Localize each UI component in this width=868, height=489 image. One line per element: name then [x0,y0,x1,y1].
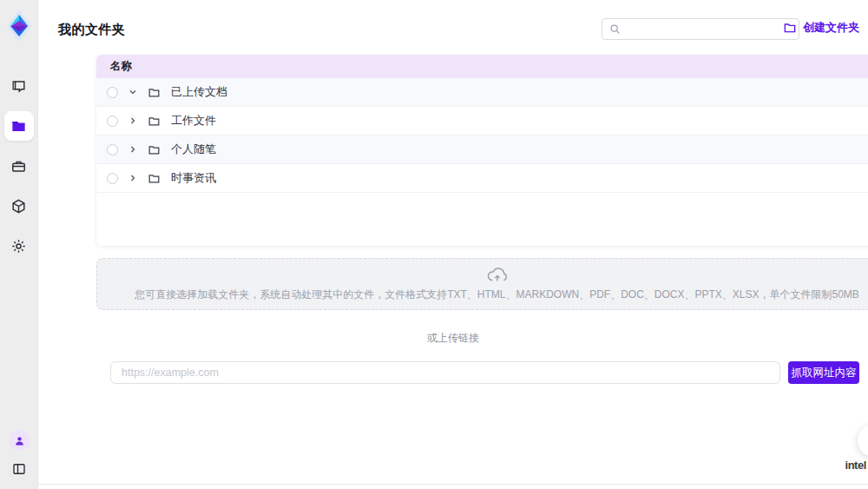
app-logo [4,7,34,45]
user-icon [14,435,25,446]
collapse-panel-button[interactable] [8,458,30,480]
chevron-icon[interactable] [127,143,139,155]
sidebar-item-models[interactable] [4,191,34,221]
column-name: 名称 [110,59,132,74]
folder-outline-icon [148,115,161,128]
sidebar-item-workspace[interactable] [4,151,34,181]
sidebar [0,0,38,489]
sidebar-item-folders[interactable] [4,111,34,141]
topbar: 我的文件夹 创建文件夹 [58,17,859,42]
folder-name: 个人随笔 [171,142,216,157]
bottom-divider [38,484,868,485]
main-content: 我的文件夹 创建文件夹 名称 已上 [38,0,868,489]
folder-outline-icon [148,143,161,156]
cube-icon [10,198,27,215]
folder-icon [10,118,27,135]
intel-word: intel [845,459,866,472]
chat-icon [10,78,27,95]
upload-hint-text: 您可直接选择加载文件夹，系统自动处理其中的文件，文件格式支持TXT、HTML、M… [135,287,859,302]
sidebar-nav [4,71,34,261]
row-checkbox[interactable] [107,87,118,98]
search-icon [609,23,621,35]
folder-outline-icon [148,86,161,99]
chevron-icon[interactable] [127,115,139,127]
fetch-url-button[interactable]: 抓取网址内容 [788,361,859,384]
search-input[interactable] [626,23,792,36]
create-folder-icon [783,21,797,35]
create-folder-button[interactable]: 创建文件夹 [783,20,859,36]
folder-outline-icon [148,172,161,185]
table-body: 已上传文档 工作文件 个人随笔 [96,78,868,193]
cloud-upload-icon [486,267,509,284]
chevron-icon[interactable] [127,86,139,98]
folder-row[interactable]: 个人随笔 [96,135,868,164]
url-upload-row: 抓取网址内容 [110,361,859,384]
sidebar-bottom [0,430,38,480]
search-box[interactable] [602,18,799,40]
upload-dropzone[interactable]: 您可直接选择加载文件夹，系统自动处理其中的文件，文件格式支持TXT、HTML、M… [96,258,868,310]
folder-row[interactable]: 工作文件 [96,107,868,135]
chevron-icon[interactable] [127,172,139,184]
gem-logo-icon [6,10,32,43]
row-checkbox[interactable] [107,173,118,184]
gear-icon [10,238,27,254]
url-input[interactable] [110,361,780,384]
folder-row[interactable]: 已上传文档 [96,78,868,107]
row-checkbox[interactable] [107,116,118,127]
panel-toggle-icon [11,461,27,477]
sidebar-item-chat[interactable] [4,71,34,101]
folder-name: 工作文件 [171,113,216,129]
download-fab-button[interactable] [858,424,868,457]
folder-name: 时事资讯 [171,170,216,186]
folder-row[interactable]: 时事资讯 [96,164,868,193]
folder-name: 已上传文档 [171,84,227,100]
folder-table: 名称 已上传文档 工作文件 [96,55,868,246]
sidebar-item-settings[interactable] [4,231,34,261]
briefcase-icon [10,158,27,175]
account-avatar[interactable] [9,430,30,451]
or-upload-link-label: 或上传链接 [38,331,868,346]
table-header: 名称 [96,55,868,78]
create-folder-label: 创建文件夹 [803,20,859,36]
page-title: 我的文件夹 [58,22,126,38]
row-checkbox[interactable] [107,144,118,155]
